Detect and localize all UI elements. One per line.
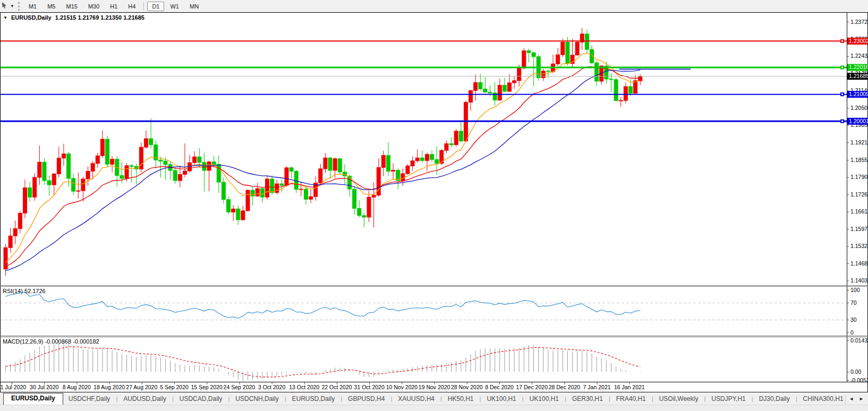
macd-axis: 0.0143840.00-0.00539 <box>847 337 868 383</box>
timeframe-button-W1[interactable]: W1 <box>165 2 184 11</box>
svg-text:0: 0 <box>850 329 854 336</box>
svg-text:7 Jan 2021: 7 Jan 2021 <box>583 384 611 390</box>
chart-tab-HK50-H1[interactable]: HK50,H1 <box>442 393 479 405</box>
svg-text:15 Sep 2020: 15 Sep 2020 <box>191 384 223 390</box>
tool-dropdown-caret-icon[interactable]: ▼ <box>10 4 14 8</box>
svg-text:1.18550: 1.18550 <box>850 157 868 163</box>
chart-tab-UK100-H1[interactable]: UK100,H1 <box>524 393 564 405</box>
svg-text:28 Nov 2020: 28 Nov 2020 <box>451 384 483 390</box>
price-axis[interactable]: 1.237251.230801.224351.217901.211451.205… <box>847 19 868 284</box>
svg-text:1.22016: 1.22016 <box>849 64 868 70</box>
mt4-window: ▼ M1M5M15M30H1H4D1W1MN 1.237251.230801.2… <box>0 0 868 411</box>
svg-text:8 Dec 2020: 8 Dec 2020 <box>485 384 514 390</box>
svg-text:1.19210: 1.19210 <box>850 139 868 145</box>
svg-text:70: 70 <box>850 299 857 306</box>
svg-text:1.20500: 1.20500 <box>850 105 868 111</box>
chart-title: ▼ EURUSD,Daily 1.21515 1.21769 1.21350 1… <box>3 14 144 21</box>
svg-text:1.23002: 1.23002 <box>849 38 868 44</box>
svg-text:28 Dec 2020: 28 Dec 2020 <box>549 384 581 390</box>
candlestick-series <box>4 28 642 276</box>
svg-text:-0.00539: -0.00539 <box>850 377 868 383</box>
svg-text:18 Aug 2020: 18 Aug 2020 <box>93 384 125 390</box>
chart-ohlc-values: 1.21515 1.21769 1.21350 1.21685 <box>55 14 144 21</box>
svg-text:8 Aug 2020: 8 Aug 2020 <box>63 384 91 390</box>
chart-frame <box>0 12 868 392</box>
svg-text:1.21685: 1.21685 <box>849 73 868 79</box>
chart-tab-USDCNH-Daily[interactable]: USDCNH,Daily <box>230 393 284 405</box>
macd-signal-line <box>6 347 641 377</box>
chart-tab-USDJPY-H1[interactable]: USDJPY,H1 <box>706 393 751 405</box>
svg-text:30: 30 <box>850 316 857 323</box>
chart-tab-CHINA300-H1[interactable]: CHINA300,H1 <box>798 393 846 405</box>
chart-symbol-label: EURUSD,Daily <box>11 14 52 21</box>
tool-icon-group[interactable]: ▼ <box>0 2 16 11</box>
svg-text:30 Jul 2020: 30 Jul 2020 <box>30 384 58 390</box>
chart-tab-bar: EURUSD,DailyUSDCHF,Daily|AUDUSD,Daily|US… <box>0 393 868 405</box>
chart-tab-FRA40-H1[interactable]: FRA40,H1 <box>611 393 651 405</box>
svg-text:24 Sep 2020: 24 Sep 2020 <box>224 384 256 390</box>
tab-scroll-right-icon[interactable]: ► <box>859 397 864 401</box>
timeframe-button-MN[interactable]: MN <box>185 2 203 11</box>
chart-tool-icon[interactable] <box>1 2 8 11</box>
svg-text:1.17260: 1.17260 <box>850 191 868 198</box>
tab-scroll-left-icon[interactable]: ◄ <box>849 397 854 401</box>
toolbar-grip[interactable] <box>18 2 20 11</box>
svg-text:21 Jul 2020: 21 Jul 2020 <box>0 384 26 390</box>
timeframe-button-H1[interactable]: H1 <box>105 2 122 11</box>
timeframe-button-D1[interactable]: D1 <box>147 2 164 11</box>
svg-text:1.23725: 1.23725 <box>850 19 868 25</box>
ma-line-10 <box>6 53 641 262</box>
moving-averages <box>6 53 641 271</box>
svg-text:3 Oct 2020: 3 Oct 2020 <box>258 384 286 390</box>
timeframe-button-M1[interactable]: M1 <box>24 2 41 11</box>
svg-text:1.20001: 1.20001 <box>849 118 868 124</box>
chart-tab-XAUUSD-H4[interactable]: XAUUSD,H4 <box>393 393 440 405</box>
chart-collapse-icon[interactable]: ▼ <box>3 15 7 20</box>
svg-text:22 Oct 2020: 22 Oct 2020 <box>321 384 352 390</box>
chart-tab-USDCAD-Daily[interactable]: USDCAD,Daily <box>174 393 228 405</box>
timeframe-button-M15[interactable]: M15 <box>61 2 82 11</box>
chart-tabs: EURUSD,DailyUSDCHF,Daily|AUDUSD,Daily|US… <box>0 393 845 405</box>
svg-text:1.15970: 1.15970 <box>850 226 868 232</box>
svg-text:1.16615: 1.16615 <box>850 208 868 215</box>
rsi-pane <box>0 292 847 320</box>
svg-text:1.15325: 1.15325 <box>850 243 868 249</box>
chart-tab-DJ30-Daily[interactable]: DJ30,Daily <box>754 393 795 405</box>
chart-tab-EURUSD-Daily[interactable]: EURUSD,Daily <box>287 393 341 405</box>
svg-text:5 Sep 2020: 5 Sep 2020 <box>160 384 189 390</box>
chart-tab-USDCHF-Daily[interactable]: USDCHF,Daily <box>63 393 116 405</box>
rsi-axis: 10070300 <box>847 287 860 336</box>
macd-indicator-label: MACD(12,26,9) -0.000868 -0.000182 <box>3 338 99 345</box>
svg-text:31 Oct 2020: 31 Oct 2020 <box>354 384 385 390</box>
chart-tab-AUDUSD-Daily[interactable]: AUDUSD,Daily <box>118 393 172 405</box>
svg-text:1.14035: 1.14035 <box>850 277 868 284</box>
svg-text:0.014384: 0.014384 <box>850 337 868 344</box>
svg-text:27 Aug 2020: 27 Aug 2020 <box>126 384 157 390</box>
svg-text:100: 100 <box>850 287 860 293</box>
svg-text:10 Nov 2020: 10 Nov 2020 <box>386 384 418 390</box>
macd-pane <box>6 342 641 381</box>
time-axis[interactable]: 21 Jul 202030 Jul 20208 Aug 202018 Aug 2… <box>0 382 645 390</box>
rsi-indicator-label: RSI(14) 52.1726 <box>3 288 46 294</box>
rsi-line <box>6 292 641 318</box>
chart-tab-EURUSD-Daily[interactable]: EURUSD,Daily <box>3 393 63 405</box>
timeframe-button-M5[interactable]: M5 <box>42 2 60 11</box>
price-levels <box>0 39 847 123</box>
svg-text:19 Nov 2020: 19 Nov 2020 <box>419 384 450 390</box>
chart-area[interactable]: 1.237251.230801.224351.217901.211451.205… <box>0 12 868 393</box>
timeframe-button-H4[interactable]: H4 <box>123 2 140 11</box>
chart-tab-GBPUSD-H4[interactable]: GBPUSD,H4 <box>343 393 390 405</box>
timeframe-button-M30[interactable]: M30 <box>83 2 104 11</box>
tab-scroll-arrows: ◄ ► <box>845 395 868 405</box>
chart-tab-GER30-H1[interactable]: GER30,H1 <box>567 393 608 405</box>
svg-text:16 Jan 2021: 16 Jan 2021 <box>614 384 645 390</box>
chart-tab-USOil-Weekly[interactable]: USOil,Weekly <box>654 393 704 405</box>
status-strip <box>0 405 868 411</box>
ma-line-20 <box>6 66 641 267</box>
svg-text:1.22435: 1.22435 <box>850 53 868 59</box>
svg-text:1.14680: 1.14680 <box>850 260 868 267</box>
svg-text:1.17905: 1.17905 <box>850 174 868 180</box>
svg-text:1.21009: 1.21009 <box>849 91 868 97</box>
chart-tab-UK100-H1[interactable]: UK100,H1 <box>481 393 521 405</box>
svg-text:13 Oct 2020: 13 Oct 2020 <box>289 384 319 390</box>
